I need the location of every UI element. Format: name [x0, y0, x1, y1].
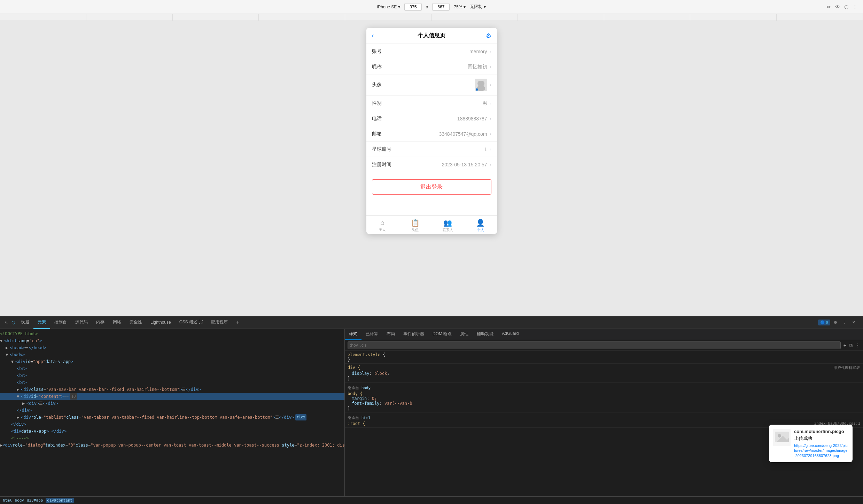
width-input[interactable]: [404, 3, 422, 11]
team-icon: 📋: [411, 219, 420, 227]
tab-css-overview[interactable]: CSS 概述 ⛶: [175, 316, 207, 329]
svg-rect-1: [477, 81, 484, 86]
chevron-right-icon: ›: [490, 132, 491, 136]
html-line[interactable]: ▶ <div class="van-nav-bar van-nav-bar--f…: [0, 386, 344, 393]
html-line[interactable]: <div data-v-app > </div>: [0, 428, 344, 435]
profile-item-account[interactable]: 账号 memory ›: [366, 44, 497, 59]
tab-home[interactable]: ⌂ 主页: [366, 219, 399, 233]
height-input[interactable]: [432, 3, 450, 11]
account-label: 账号: [372, 48, 382, 55]
subtab-properties[interactable]: 属性: [456, 329, 473, 340]
more-icon[interactable]: ⋮: [855, 342, 860, 348]
tab-sources[interactable]: 源代码: [71, 316, 92, 329]
breadcrumb-div-app[interactable]: div#app: [27, 498, 43, 503]
add-rule-icon[interactable]: +: [843, 342, 846, 348]
subtab-styles[interactable]: 样式: [345, 329, 361, 340]
tab-memory[interactable]: 内存: [92, 316, 109, 329]
zoom-selector[interactable]: 75% ▾: [454, 5, 466, 9]
breadcrumb-div-content[interactable]: div#content: [46, 498, 74, 503]
profile-item-gender[interactable]: 性别 男 ›: [366, 96, 497, 111]
html-line[interactable]: </div>: [0, 421, 344, 428]
settings-icon[interactable]: ⚙: [832, 320, 839, 325]
html-line[interactable]: ▶ <head> ☰ </head>: [0, 344, 344, 351]
logout-button[interactable]: 退出登录: [372, 179, 491, 195]
styles-panel: 样式 已计算 布局 事件侦听器 DOM 断点 属性 辅助功能 AdGuard +…: [345, 329, 863, 496]
tab-lighthouse[interactable]: Lighthouse: [146, 316, 175, 329]
ruler-segment: [604, 14, 691, 21]
popup-url: https://gitee.com/deng-2022/pictures/raw…: [794, 443, 848, 458]
export-icon[interactable]: ⬡: [844, 4, 848, 10]
html-line[interactable]: <br>: [0, 372, 344, 379]
breadcrumb-html[interactable]: html: [3, 498, 12, 503]
ruler-segment: [432, 14, 518, 21]
eye-icon[interactable]: 👁: [835, 4, 840, 10]
subtab-event-listeners[interactable]: 事件侦听器: [399, 329, 428, 340]
subtab-adguard[interactable]: AdGuard: [498, 329, 523, 340]
nickname-label: 昵称: [372, 64, 382, 70]
devtools-cursor-icon[interactable]: ↖: [3, 319, 10, 326]
subtab-dom-breakpoints[interactable]: DOM 断点: [428, 329, 456, 340]
html-line[interactable]: ▼ <html lang="en" >: [0, 337, 344, 344]
tab-application[interactable]: 应用程序: [207, 316, 232, 329]
elements-panel[interactable]: <!DOCTYPE html> ▼ <html lang="en" > ▶ <h…: [0, 329, 345, 496]
zoom-label: 75%: [454, 5, 462, 9]
copy-icon[interactable]: ⧉: [849, 342, 853, 348]
styles-subtabs: 样式 已计算 布局 事件侦听器 DOM 断点 属性 辅助功能 AdGuard: [345, 329, 863, 340]
profile-item-regtime[interactable]: 注册时间 2023-05-13 15:20:57 ›: [366, 157, 497, 172]
popup-site: com.molunerfinn.picgo: [794, 429, 848, 434]
tab-team[interactable]: 📋 队伍: [399, 219, 432, 233]
profile-item-planet[interactable]: 星球编号 1 ›: [366, 142, 497, 157]
html-line[interactable]: <br>: [0, 365, 344, 372]
tab-security[interactable]: 安全性: [125, 316, 146, 329]
chevron-right-icon: ›: [490, 64, 491, 69]
html-line[interactable]: </div>: [0, 407, 344, 414]
subtab-accessibility[interactable]: 辅助功能: [473, 329, 498, 340]
tab-elements[interactable]: 元素: [33, 316, 50, 329]
gender-value: 男 ›: [482, 100, 491, 107]
html-line[interactable]: <!---->: [0, 435, 344, 442]
styles-filter-input[interactable]: [348, 341, 841, 349]
more-options-icon[interactable]: ⋮: [841, 320, 849, 325]
more-icon[interactable]: ⋮: [853, 4, 857, 10]
html-line-selected[interactable]: ▼ <div id="content" > == $0: [0, 393, 344, 400]
tab-console[interactable]: 控制台: [50, 316, 71, 329]
profile-item-nickname[interactable]: 昵称 回忆如初 ›: [366, 59, 497, 74]
pencil-icon[interactable]: ✏: [827, 4, 831, 10]
breadcrumb-body[interactable]: body: [15, 498, 24, 503]
chevron-down-icon: ▾: [464, 5, 466, 9]
limit-selector[interactable]: 无限制 ▾: [470, 4, 486, 10]
tab-contacts[interactable]: 👥 联系人: [432, 219, 464, 233]
subtab-computed[interactable]: 已计算: [361, 329, 382, 340]
html-line[interactable]: ▶ <div role="dialog" tabindex="0" class=…: [0, 442, 344, 449]
regtime-value: 2023-05-13 15:20:57 ›: [442, 162, 491, 167]
svg-point-6: [778, 434, 781, 438]
account-value: memory ›: [469, 49, 491, 54]
top-toolbar: iPhone SE ▾ x 75% ▾ 无限制 ▾ ✏ 👁 ⬡ ⋮: [0, 0, 863, 14]
tab-welcome[interactable]: 欢迎: [17, 316, 33, 329]
html-line[interactable]: ▶ <div> ☰ </div>: [0, 400, 344, 407]
back-button[interactable]: ‹: [372, 32, 374, 39]
nav-bar: ‹ 个人信息页 ⚙: [366, 28, 497, 44]
tab-network[interactable]: 网络: [109, 316, 125, 329]
profile-item-phone[interactable]: 电话 18889888787 ›: [366, 111, 497, 126]
chevron-right-icon: ›: [490, 82, 491, 87]
devtools-body: <!DOCTYPE html> ▼ <html lang="en" > ▶ <h…: [0, 329, 863, 496]
profile-item-avatar[interactable]: 头像 👤 ›: [366, 74, 497, 96]
tab-add[interactable]: +: [232, 316, 243, 329]
html-line[interactable]: ▶ <div role="tablist" class="van-tabbar …: [0, 414, 344, 421]
html-line[interactable]: <br>: [0, 379, 344, 386]
phone-frame: ‹ 个人信息页 ⚙ 账号 memory › 昵称 回忆如: [366, 28, 497, 234]
device-selector[interactable]: iPhone SE ▾: [377, 5, 401, 9]
html-line[interactable]: ▼ <body>: [0, 351, 344, 358]
tab-profile[interactable]: 👤 个人: [464, 219, 497, 233]
profile-item-email[interactable]: 邮箱 3348407547@qq.com ›: [366, 126, 497, 142]
issues-badge[interactable]: 🔵 9: [818, 320, 830, 325]
subtab-layout[interactable]: 布局: [382, 329, 399, 340]
email-value: 3348407547@qq.com ›: [439, 131, 491, 137]
html-line[interactable]: <!DOCTYPE html>: [0, 330, 344, 337]
devtools-mobile-icon[interactable]: ⬡: [10, 319, 17, 326]
close-icon[interactable]: ✕: [850, 320, 857, 325]
html-line[interactable]: ▼ <div id="app" data-v-app >: [0, 358, 344, 365]
nickname-value: 回忆如初 ›: [468, 64, 491, 70]
settings-icon[interactable]: ⚙: [486, 32, 491, 40]
